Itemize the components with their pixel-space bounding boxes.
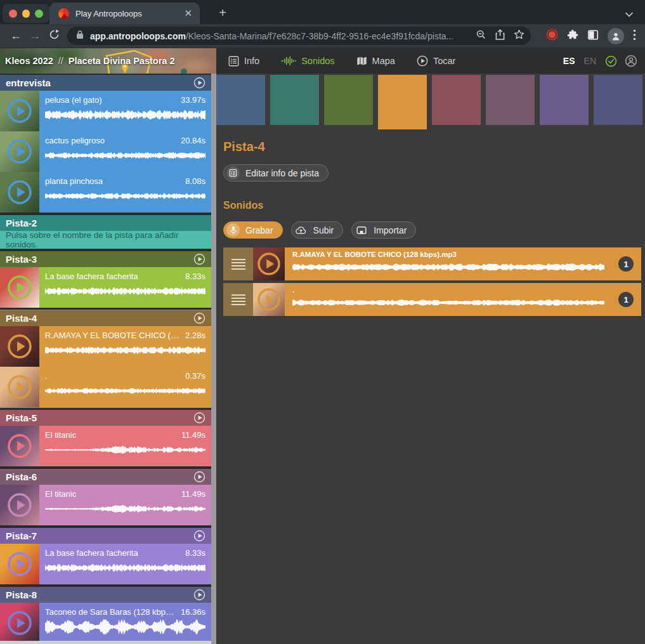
import-button[interactable]: Importar [351, 221, 416, 239]
sidebar-sound-row[interactable]: La base fachera facherita8.33s [0, 267, 211, 308]
track-play-icon[interactable] [193, 471, 205, 483]
waveform[interactable] [292, 295, 604, 310]
sidebar-scrollbar[interactable] [211, 74, 216, 644]
nav-tab-mapa[interactable]: Mapa [356, 56, 395, 66]
drag-handle[interactable] [223, 283, 253, 316]
track-header[interactable]: Pista-2 [0, 215, 211, 231]
track-play-icon[interactable] [193, 412, 205, 424]
sound-thumbnail[interactable] [253, 247, 285, 280]
share-icon[interactable] [495, 29, 505, 43]
nav-tab-sonidos[interactable]: Sonidos [281, 56, 334, 66]
drag-handle[interactable] [223, 247, 253, 280]
track-header[interactable]: Pista-8 [0, 587, 211, 603]
waveform[interactable] [45, 188, 205, 204]
track-play-icon[interactable] [193, 77, 205, 89]
tab-close-icon[interactable]: ✕ [183, 8, 193, 19]
color-swatch-1[interactable] [216, 75, 265, 125]
waveform[interactable] [45, 501, 205, 517]
back-button[interactable]: ← [6, 29, 25, 43]
play-icon[interactable] [257, 252, 281, 276]
breadcrumb-project[interactable]: Kleos 2022 [5, 56, 53, 66]
color-swatch-7[interactable] [540, 75, 589, 125]
waveform[interactable] [45, 107, 205, 123]
track-header[interactable]: Pista-7 [0, 528, 211, 544]
sidebar-sound-row[interactable]: pelusa (el gato)33.97s [0, 91, 211, 131]
language-en[interactable]: EN [584, 56, 596, 66]
side-panel-icon[interactable] [587, 29, 599, 43]
play-icon[interactable] [7, 551, 32, 577]
play-icon[interactable] [257, 287, 281, 312]
sound-thumbnail[interactable] [0, 367, 39, 407]
new-tab-button[interactable]: + [214, 5, 231, 22]
tab-search-chevron-icon[interactable] [625, 9, 634, 20]
extensions-puzzle-icon[interactable] [567, 29, 578, 43]
sound-thumbnail[interactable] [0, 426, 39, 466]
close-window-button[interactable] [9, 10, 17, 18]
track-header[interactable]: entrevista [0, 75, 211, 91]
play-icon[interactable] [7, 492, 32, 518]
sidebar-sound-row[interactable]: El titanic11.49s [0, 485, 211, 525]
color-swatch-5[interactable] [432, 75, 481, 125]
waveform[interactable] [45, 283, 205, 299]
waveform[interactable] [45, 619, 205, 635]
play-icon[interactable] [7, 610, 32, 636]
record-button[interactable]: Grabar [223, 221, 283, 239]
track-play-icon[interactable] [193, 530, 205, 542]
play-icon[interactable] [7, 275, 32, 300]
play-icon[interactable] [7, 139, 32, 164]
sound-thumbnail[interactable] [0, 326, 39, 367]
account-icon[interactable] [625, 55, 637, 67]
url-bar[interactable]: app.antropoloops.com/Kleos-Santa-Marina/… [67, 27, 531, 45]
profile-avatar[interactable] [608, 28, 624, 44]
play-icon[interactable] [7, 180, 32, 205]
track-header[interactable]: Pista-3 [0, 251, 211, 267]
language-es[interactable]: ES [563, 56, 575, 66]
minimize-window-button[interactable] [22, 10, 30, 18]
sidebar-sound-row[interactable]: planta pinchosa8.08s [0, 172, 211, 213]
waveform[interactable] [45, 442, 205, 458]
track-play-icon[interactable] [193, 312, 205, 324]
play-icon[interactable] [7, 374, 32, 400]
color-swatch-2[interactable] [270, 75, 319, 125]
sidebar-sound-row[interactable]: Taconeo de Sara Baras (128 kbps).mp316.3… [0, 603, 211, 643]
waveform[interactable] [45, 560, 205, 576]
main-sound-row[interactable]: R.AMAYA Y EL BOBOTE CHICO (128 kbps).mp3… [223, 247, 641, 280]
waveform[interactable] [45, 147, 205, 164]
color-swatch-4[interactable] [378, 75, 427, 129]
sidebar-sound-row[interactable]: cactus peligroso20.84s [0, 131, 211, 172]
sound-thumbnail[interactable] [0, 267, 39, 308]
forward-button[interactable]: → [25, 29, 44, 43]
waveform[interactable] [45, 383, 205, 399]
play-icon[interactable] [7, 433, 32, 459]
upload-button[interactable]: Subir [291, 221, 344, 239]
play-icon[interactable] [7, 98, 32, 124]
browser-menu-icon[interactable] [633, 29, 636, 43]
sound-thumbnail[interactable] [0, 603, 39, 643]
browser-tab[interactable]: Play Antropoloops ✕ [49, 3, 200, 24]
sound-thumbnail[interactable] [0, 91, 39, 131]
lock-icon[interactable] [76, 30, 84, 42]
recording-indicator-icon[interactable] [546, 29, 558, 43]
track-header[interactable]: Pista-4 [0, 310, 211, 326]
track-map-photo[interactable]: Kleos 2022 // Placeta Divina Pastora 2 [0, 48, 216, 74]
track-header[interactable]: Pista-6 [0, 469, 211, 485]
sound-thumbnail[interactable] [0, 544, 39, 584]
zoom-out-icon[interactable] [476, 29, 486, 43]
sidebar-sound-row[interactable]: R.AMAYA Y EL BOBOTE CHICO (128 kbps)....… [0, 326, 211, 367]
reload-button[interactable] [44, 29, 63, 43]
main-sound-row[interactable]: .1 [223, 283, 641, 316]
sound-thumbnail[interactable] [0, 485, 39, 525]
edit-track-info-button[interactable]: Editar info de pista [223, 164, 329, 181]
nav-tab-info[interactable]: Info [228, 56, 259, 67]
color-swatch-8[interactable] [594, 75, 642, 125]
sidebar-sound-row[interactable]: .0.37s [0, 367, 211, 407]
sidebar-sound-row[interactable]: El titanic11.49s [0, 426, 211, 466]
sound-thumbnail[interactable] [0, 131, 39, 172]
nav-tab-tocar[interactable]: Tocar [417, 55, 455, 67]
track-play-icon[interactable] [193, 589, 205, 601]
track-header[interactable]: Pista-5 [0, 410, 211, 426]
bookmark-star-icon[interactable] [514, 29, 524, 43]
zoom-window-button[interactable] [35, 10, 43, 18]
sound-thumbnail[interactable] [253, 283, 285, 316]
sound-thumbnail[interactable] [0, 172, 39, 213]
